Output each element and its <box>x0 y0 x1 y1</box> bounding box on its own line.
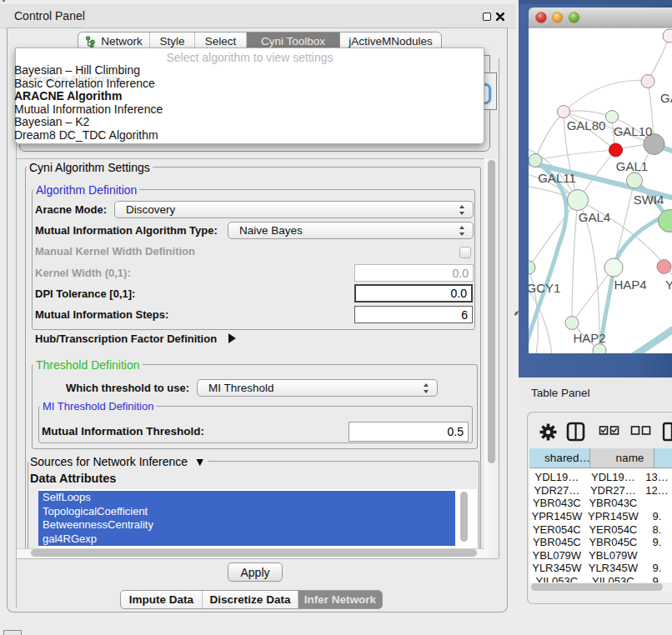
svg-text:GAL2: GAL2 <box>660 91 672 105</box>
svg-text:HAP2: HAP2 <box>573 331 605 345</box>
svg-text:GCY1: GCY1 <box>527 281 561 295</box>
svg-text:GAL10: GAL10 <box>614 124 653 138</box>
svg-text:YD: YD <box>665 278 672 292</box>
svg-text:HAP4: HAP4 <box>614 278 646 292</box>
svg-text:GAL80: GAL80 <box>567 118 606 132</box>
svg-text:GAL4: GAL4 <box>579 210 610 224</box>
svg-text:GAL11: GAL11 <box>538 171 576 185</box>
svg-text:GAL1: GAL1 <box>616 159 648 173</box>
svg-text:SWI4: SWI4 <box>634 192 664 207</box>
